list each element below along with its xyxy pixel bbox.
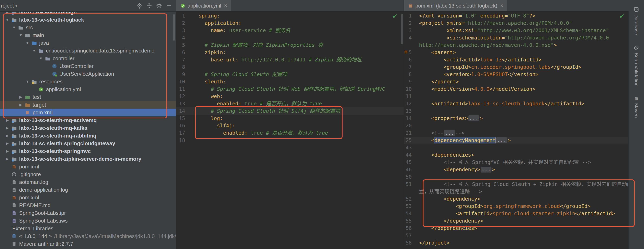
hide-panel-icon[interactable] bbox=[164, 1, 174, 10]
tree-item-labx-13-sc-sleuth-logback[interactable]: ▼labx-13-sc-sleuth-logback bbox=[0, 16, 176, 24]
code-line[interactable]: 7 <groupId>cn.iocoder.springboot.labs</g… bbox=[404, 64, 628, 71]
code-line[interactable]: 21 <!--...--> bbox=[404, 130, 628, 137]
settings-gear-icon[interactable] bbox=[154, 1, 164, 10]
code-line[interactable]: 3 xmlns:xsi="http://www.w3.org/2001/XMLS… bbox=[404, 27, 628, 34]
expand-arrow-icon[interactable]: ▶ bbox=[4, 149, 10, 154]
code-line[interactable]: 15 log: bbox=[176, 115, 404, 122]
code-line[interactable]: 置，从而实现链路追踪 --> bbox=[404, 188, 628, 195]
code-line[interactable]: 16 slf4j: bbox=[176, 122, 404, 130]
tree-item-labx-13-sc-sleuth-mq-kafka[interactable]: ▶labx-13-sc-sleuth-mq-kafka bbox=[0, 124, 176, 132]
code-line[interactable]: 17 enabled: true # 是否开启，默认为 true bbox=[176, 130, 404, 137]
tree-item-labx-13-sc-sleuth-springcloudgateway[interactable]: ▶labx-13-sc-sleuth-springcloudgateway bbox=[0, 140, 176, 147]
tree-item-usercontroller[interactable]: CUserController bbox=[0, 62, 176, 70]
code-line[interactable]: 10 sleuth: bbox=[176, 78, 404, 86]
code-line[interactable]: 11 # Spring Cloud Sleuth 针对 Web 组件的配置项，例… bbox=[176, 86, 404, 93]
locate-icon[interactable] bbox=[135, 1, 144, 10]
code-line[interactable]: 14 <properties>...> bbox=[404, 115, 628, 122]
code-line[interactable]: 12 web: bbox=[176, 93, 404, 100]
code-line[interactable]: 6 <artifactId>labx-13</artifactId> bbox=[404, 56, 628, 64]
folded-region[interactable]: ... bbox=[468, 115, 479, 121]
tree-item-readme-md[interactable]: README.md bbox=[0, 202, 176, 209]
expand-arrow-icon[interactable]: ▶ bbox=[18, 102, 24, 107]
expand-arrow-icon[interactable]: ▼ bbox=[4, 18, 10, 22]
chevron-down-icon[interactable]: ▾ bbox=[16, 3, 18, 8]
tree-item-1-8-0-144[interactable]: < 1.8.0_144 >/Library/Java/JavaVirtualMa… bbox=[0, 232, 176, 240]
tree-item-external-libraries[interactable]: External Libraries bbox=[0, 224, 176, 232]
code-line[interactable]: 2 application: bbox=[176, 20, 404, 27]
expand-arrow-icon[interactable]: ▶ bbox=[4, 118, 10, 122]
code-line[interactable]: 50 bbox=[404, 173, 628, 181]
folded-region[interactable]: ... bbox=[481, 166, 492, 172]
code-line[interactable]: 10 <modelVersion>4.0.0</modelVersion> bbox=[404, 86, 628, 93]
close-icon[interactable]: × bbox=[500, 3, 504, 9]
tree-item-test[interactable]: ▶test bbox=[0, 93, 176, 101]
tool-window-bean-validation[interactable]: Bean Validation bbox=[633, 44, 639, 86]
collapse-all-icon[interactable] bbox=[144, 1, 154, 10]
code-line[interactable]: 1spring: bbox=[176, 12, 404, 20]
code-line[interactable]: 2<project xmlns="http://maven.apache.org… bbox=[404, 20, 628, 27]
code-line[interactable]: 4 xsi:schemaLocation="http://maven.apach… bbox=[404, 34, 628, 42]
tree-item-pom-xml[interactable]: mpom.xml bbox=[0, 194, 176, 202]
folded-region[interactable]: ... bbox=[444, 130, 454, 136]
expand-arrow-icon[interactable]: ▼ bbox=[31, 48, 38, 53]
code-line[interactable]: 58</project> bbox=[404, 239, 628, 246]
editor-scrollbar[interactable] bbox=[401, 14, 403, 44]
code-line[interactable]: 56 </dependencies> bbox=[404, 224, 628, 232]
tree-item-application-yml[interactable]: application.yml bbox=[0, 86, 176, 93]
project-tree-scrollbar[interactable] bbox=[173, 14, 175, 41]
tree-item-labx-13-sc-sleuth-zipkin-server-demo-in-memory[interactable]: ▶labx-13-sc-sleuth-zipkin-server-demo-in… bbox=[0, 155, 176, 163]
tree-item-springboot-labs-ipr[interactable]: SpringBoot-Labs.ipr bbox=[0, 209, 176, 217]
expand-arrow-icon[interactable]: ▼ bbox=[18, 33, 24, 38]
code-line[interactable]: 8 bbox=[176, 64, 404, 71]
code-line[interactable]: 5 # Zipkin 配置项，对应 ZipkinProperties 类 bbox=[176, 42, 404, 49]
tree-item-maven-antlr-antlr-2-7-7[interactable]: Maven: antlr:antlr:2.7.7 bbox=[0, 240, 176, 248]
code-line[interactable]: 7 base-url: http://127.0.0.1:9411 # Zipk… bbox=[176, 56, 404, 64]
tree-item-cn-iocoder-springcloud-labx13-springmvcdemo[interactable]: ▼cn.iocoder.springcloud.labx13.springmvc… bbox=[0, 47, 176, 54]
code-line[interactable]: 14 # Spring Cloud Sleuth 针对 Slf4j 组件的配置项 bbox=[176, 108, 404, 115]
tree-item-labx-13-sc-sleuth-mq-activemq[interactable]: ▶labx-13-sc-sleuth-mq-activemq bbox=[0, 116, 176, 124]
code-line[interactable]: 54 <artifactId>spring-cloud-starter-zipk… bbox=[404, 210, 628, 217]
code-line[interactable]: 44 <dependencies> bbox=[404, 151, 628, 159]
code-line[interactable]: 43 bbox=[404, 144, 628, 151]
project-panel-title[interactable]: roject bbox=[1, 3, 14, 9]
code-line[interactable]: 57 bbox=[404, 232, 628, 239]
tab-application-yml[interactable]: application.yml × bbox=[176, 0, 231, 12]
code-line[interactable]: 12 <artifactId>labx-13-sc-sleuth-logback… bbox=[404, 100, 628, 108]
expand-arrow-icon[interactable]: ▶ bbox=[18, 95, 24, 99]
tool-window-maven[interactable]: m Maven bbox=[634, 96, 639, 118]
code-area-pom[interactable]: 1<?xml version="1.0" encoding="UTF-8"?>2… bbox=[404, 12, 628, 246]
tree-item-java[interactable]: ▼java bbox=[0, 39, 176, 47]
expand-arrow-icon[interactable]: ▶ bbox=[4, 157, 10, 161]
code-line[interactable]: 8 <version>1.0-SNAPSHOT</version> bbox=[404, 71, 628, 78]
code-line[interactable]: 46 <dependency>...> bbox=[404, 166, 628, 173]
code-line[interactable]: 18 bbox=[176, 137, 404, 144]
expand-arrow-icon[interactable]: ▶ bbox=[4, 134, 10, 138]
expand-arrow-icon[interactable]: ▶ bbox=[4, 141, 10, 146]
code-line[interactable]: 45 <!-- 引入 SpringMVC 相关依赖，并实现对其的自动配置 --> bbox=[404, 159, 628, 166]
tree-item-aoteman-log[interactable]: aoteman.log bbox=[0, 178, 176, 186]
tab-pom-xml[interactable]: m pom.xml (labx-13-sc-sleuth-logback) × bbox=[404, 0, 507, 12]
tree-item-pom-xml[interactable]: mpom.xml bbox=[0, 163, 176, 170]
code-line[interactable]: 5m <parent> bbox=[404, 49, 628, 56]
expand-arrow-icon[interactable]: ▶ bbox=[4, 126, 10, 130]
tree-item-gitignore[interactable]: .gitignore bbox=[0, 170, 176, 178]
tree-item-src[interactable]: ▼src bbox=[0, 24, 176, 31]
code-area-yaml[interactable]: 1spring:2 application:3 name: user-servi… bbox=[176, 12, 404, 144]
code-line[interactable]: 1<?xml version="1.0" encoding="UTF-8"?> bbox=[404, 12, 628, 20]
code-line[interactable]: 55 </dependency> bbox=[404, 217, 628, 224]
tree-item-demo-application-log[interactable]: demo-application.log bbox=[0, 186, 176, 194]
code-line[interactable]: http://maven.apache.org/xsd/maven-4.0.0.… bbox=[404, 42, 628, 49]
expand-arrow-icon[interactable]: ▼ bbox=[24, 41, 31, 45]
tree-item-resources[interactable]: ▼resources bbox=[0, 78, 176, 86]
code-line[interactable]: 9 </parent> bbox=[404, 78, 628, 86]
code-line[interactable]: 53 <groupId>org.springframework.cloud</g… bbox=[404, 202, 628, 210]
expand-arrow-icon[interactable]: ▼ bbox=[24, 80, 31, 84]
code-line[interactable]: 9 # Spring Cloud Sleuth 配置项 bbox=[176, 71, 404, 78]
tree-item-labx-13-sc-sleuth-springmvc[interactable]: ▶labx-13-sc-sleuth-springmvc bbox=[0, 147, 176, 155]
tool-window-database[interactable]: Database bbox=[633, 6, 639, 35]
tree-item-userserviceapplication[interactable]: CUserServiceApplication bbox=[0, 70, 176, 78]
code-line[interactable]: 52 <dependency> bbox=[404, 195, 628, 202]
expand-arrow-icon[interactable]: ▼ bbox=[38, 56, 44, 60]
tree-item-labx-13-sc-sleuth-mq-rabbitmq[interactable]: ▶labx-13-sc-sleuth-mq-rabbitmq bbox=[0, 132, 176, 140]
code-line[interactable]: 51 <!-- 引入 Spring Cloud Sleuth + Zipkin … bbox=[404, 181, 628, 188]
